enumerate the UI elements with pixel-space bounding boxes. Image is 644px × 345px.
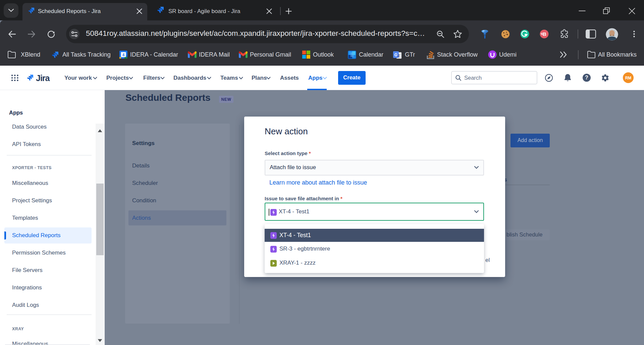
svg-text:G: G (394, 53, 397, 57)
svg-text:B: B (543, 31, 546, 37)
svg-text:4: 4 (122, 53, 125, 57)
